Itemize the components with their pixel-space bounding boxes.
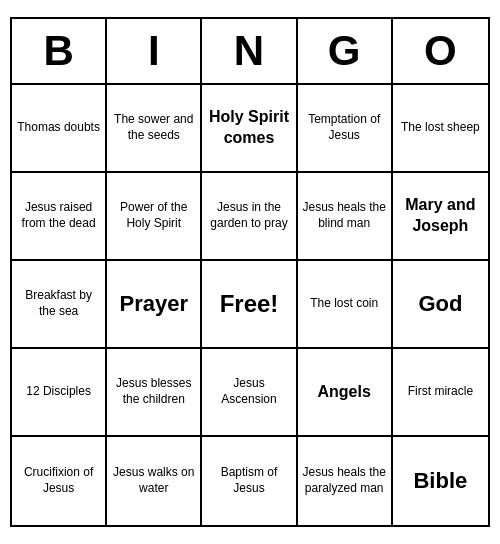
header-letter: O [393,19,488,83]
header-letter: N [202,19,297,83]
bingo-cell: Jesus heals the blind man [298,173,393,261]
bingo-header: BINGO [12,19,488,85]
bingo-cell: Breakfast by the sea [12,261,107,349]
bingo-cell: Baptism of Jesus [202,437,297,525]
bingo-cell: Jesus Ascension [202,349,297,437]
bingo-cell: Holy Spirit comes [202,85,297,173]
bingo-cell: Power of the Holy Spirit [107,173,202,261]
bingo-cell: Jesus in the garden to pray [202,173,297,261]
bingo-cell: Prayer [107,261,202,349]
bingo-cell: First miracle [393,349,488,437]
bingo-card: BINGO Thomas doubtsThe sower and the see… [10,17,490,527]
bingo-cell: Jesus heals the paralyzed man [298,437,393,525]
bingo-cell: Angels [298,349,393,437]
bingo-cell: Free! [202,261,297,349]
bingo-cell: The sower and the seeds [107,85,202,173]
header-letter: B [12,19,107,83]
bingo-grid: Thomas doubtsThe sower and the seedsHoly… [12,85,488,525]
bingo-cell: 12 Disciples [12,349,107,437]
bingo-cell: The lost coin [298,261,393,349]
bingo-cell: Bible [393,437,488,525]
bingo-cell: Temptation of Jesus [298,85,393,173]
bingo-cell: Jesus raised from the dead [12,173,107,261]
header-letter: G [298,19,393,83]
bingo-cell: Crucifixion of Jesus [12,437,107,525]
bingo-cell: The lost sheep [393,85,488,173]
bingo-cell: Thomas doubts [12,85,107,173]
bingo-cell: Jesus walks on water [107,437,202,525]
header-letter: I [107,19,202,83]
bingo-cell: Mary and Joseph [393,173,488,261]
bingo-cell: Jesus blesses the children [107,349,202,437]
bingo-cell: God [393,261,488,349]
